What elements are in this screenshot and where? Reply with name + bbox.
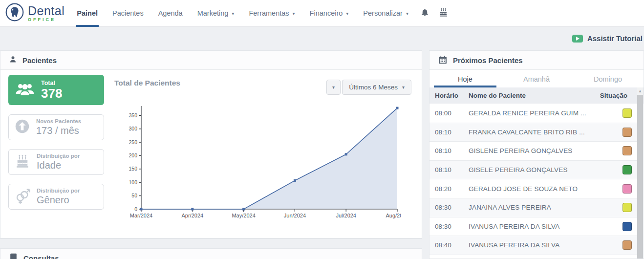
patient-name: GERALDO JOSE DE SOUZA NETO (469, 185, 623, 193)
book-icon (9, 253, 18, 259)
patients-panel-header: Pacientes (0, 51, 422, 70)
patient-name: JANAINA ALVES PEREIRA (469, 204, 623, 211)
status-badge[interactable] (623, 222, 632, 231)
caret-down-icon: ▾ (232, 11, 234, 16)
stat-value: Idade (37, 160, 80, 171)
patients-group-icon (15, 82, 35, 98)
status-badge[interactable] (623, 184, 632, 194)
gender-icon (14, 188, 31, 206)
stat-value: Gênero (37, 194, 80, 206)
appointment-time: 08:00 (429, 109, 469, 117)
patient-name: IVANUSA PEREIRA DA SILVA (469, 241, 623, 249)
stat-box-genero[interactable]: Distribuição porGênero (8, 184, 104, 210)
appointment-time: 08:10 (429, 147, 469, 154)
table-row[interactable]: 08:10GISLENE PEREIRA GONÇALVES (429, 141, 637, 160)
scroll-up-arrow-icon[interactable]: ▲ (638, 87, 642, 95)
person-icon (9, 55, 17, 65)
tab-amanha[interactable]: Amanhã (501, 70, 572, 87)
svg-text:350: 350 (129, 112, 137, 118)
svg-text:Mar/2024: Mar/2024 (130, 213, 152, 218)
nav-item-financeiro[interactable]: Financeiro▾ (302, 0, 356, 27)
main-nav: PainelPacientesAgendaMarketing▾Ferrament… (69, 0, 416, 27)
consultas-panel: Consultas (0, 248, 422, 259)
top-navbar: Dental OFFICE PainelPacientesAgendaMarke… (0, 0, 644, 27)
upcoming-patients-panel: Próximos Pacientes HojeAmanhãDomingo Hor… (429, 50, 644, 259)
stat-label: Novos Pacientes (36, 118, 81, 125)
brand-subtitle: OFFICE (28, 18, 64, 22)
birthday-cake-icon (438, 7, 449, 20)
table-row[interactable]: 08:20GERALDO JOSE DE SOUZA NETO (429, 179, 637, 198)
bell-icon (420, 8, 429, 19)
svg-text:50: 50 (131, 193, 137, 198)
patient-name: GISLENE PEREIRA GONÇALVES (469, 147, 623, 154)
svg-text:300: 300 (129, 126, 137, 131)
caret-down-icon: ▾ (406, 11, 408, 16)
nav-item-label: Personalizar (363, 9, 403, 17)
stat-box-173mes[interactable]: Novos Pacientes173 / mês (8, 114, 104, 140)
date-range-dropdown[interactable]: Últimos 6 Meses ▾ (342, 80, 411, 95)
appointment-time: 08:30 (429, 223, 469, 230)
table-row[interactable]: 08:30JANAINA ALVES PEREIRA (429, 198, 637, 217)
table-scrollbar[interactable]: ▲ (637, 87, 643, 259)
nav-item-ferramentas[interactable]: Ferramentas▾ (241, 0, 302, 27)
svg-text:0: 0 (134, 206, 137, 212)
svg-text:200: 200 (129, 152, 137, 158)
table-row[interactable]: 08:00GERALDA RENICE PEREIRA GUIM ... (429, 104, 637, 123)
patient-name: FRANKA CAVALCANTE BRITO RIB ... (469, 129, 623, 136)
arrow-up-circle-icon (14, 118, 30, 136)
nav-item-label: Marketing (197, 9, 229, 17)
table-row-partial (429, 255, 637, 259)
upcoming-table-body: 08:00GERALDA RENICE PEREIRA GUIM ...08:1… (429, 104, 637, 259)
birthdays-button[interactable] (434, 7, 453, 20)
total-patients-box[interactable]: Total 378 (8, 75, 104, 105)
stat-box-idade[interactable]: Distribuição porIdade (8, 149, 104, 175)
nav-item-painel[interactable]: Painel (69, 0, 105, 27)
appointment-time: 08:40 (429, 241, 469, 249)
table-row[interactable]: 08:10FRANKA CAVALCANTE BRITO RIB ... (429, 123, 637, 142)
caret-down-icon: ▾ (402, 85, 405, 90)
nav-item-label: Agenda (158, 9, 183, 17)
status-badge[interactable] (623, 108, 632, 118)
table-row[interactable]: 08:30IVANUSA PEREIRA DA SILVA (429, 217, 637, 236)
svg-text:Jun/2024: Jun/2024 (284, 213, 306, 218)
status-badge[interactable] (623, 240, 632, 250)
svg-text:Aug/2024: Aug/2024 (386, 213, 401, 218)
calendar-icon (438, 55, 448, 66)
play-video-icon (572, 35, 583, 43)
status-badge[interactable] (623, 165, 632, 174)
nav-item-marketing[interactable]: Marketing▾ (190, 0, 242, 27)
brand-name: Dental (28, 5, 64, 17)
patient-name: IVANUSA PEREIRA DA SILVA (469, 223, 623, 230)
status-badge[interactable] (623, 146, 632, 155)
table-row[interactable]: 08:10GISELE PEREIRA GONÇALVES (429, 160, 637, 179)
appointment-time: 08:10 (429, 166, 469, 173)
upcoming-panel-header: Próximos Pacientes (429, 51, 644, 70)
tab-domingo[interactable]: Domingo (572, 70, 644, 87)
total-patients-chart: 050100150200250300350Mar/2024Apr/2024May… (123, 100, 401, 222)
status-badge[interactable] (623, 203, 632, 212)
chart-title: Total de Pacientes (114, 79, 180, 87)
upcoming-table-header: Horário Nome do Paciente Situação (429, 87, 644, 104)
date-range-label: Últimos 6 Meses (349, 84, 398, 91)
scrollbar-thumb[interactable] (637, 95, 643, 259)
total-value: 378 (41, 87, 62, 100)
svg-text:250: 250 (129, 139, 137, 145)
tab-hoje[interactable]: Hoje (429, 70, 501, 87)
nav-item-label: Painel (77, 9, 98, 17)
chart-options-dropdown[interactable]: ▾ (326, 80, 341, 95)
watch-tutorial-link[interactable]: Assistir Tutorial (572, 34, 643, 43)
table-row[interactable]: 08:40IVANUSA PEREIRA DA SILVA (429, 236, 637, 255)
notifications-bell-button[interactable] (416, 8, 434, 19)
nav-item-pacientes[interactable]: Pacientes (105, 0, 151, 27)
nav-item-agenda[interactable]: Agenda (151, 0, 190, 27)
svg-text:100: 100 (129, 179, 137, 185)
appointment-time: 08:30 (429, 204, 469, 211)
stat-label: Distribuição por (37, 188, 80, 194)
nav-item-personalizar[interactable]: Personalizar▾ (356, 0, 416, 27)
status-badge[interactable] (623, 128, 632, 137)
column-header-name: Nome do Paciente (469, 92, 599, 99)
brand-logo[interactable]: Dental OFFICE (0, 2, 69, 24)
patient-name: GISELE PEREIRA GONÇALVES (469, 166, 623, 173)
consultas-panel-header: Consultas (0, 249, 422, 259)
column-header-time: Horário (429, 92, 469, 99)
